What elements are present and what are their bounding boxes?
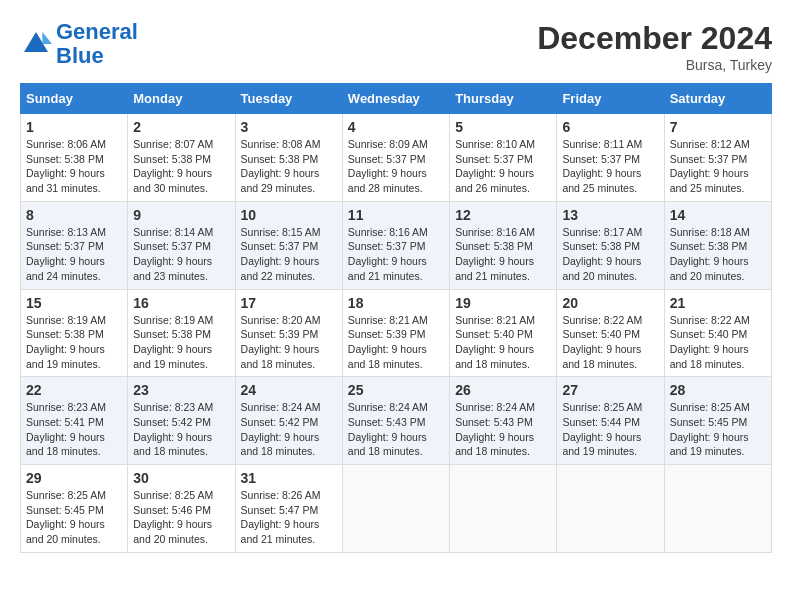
day-info: Sunrise: 8:24 AM Sunset: 5:43 PM Dayligh… — [455, 400, 551, 459]
logo-line1: General — [56, 19, 138, 44]
day-info: Sunrise: 8:11 AM Sunset: 5:37 PM Dayligh… — [562, 137, 658, 196]
day-info: Sunrise: 8:09 AM Sunset: 5:37 PM Dayligh… — [348, 137, 444, 196]
logo-line2: Blue — [56, 43, 104, 68]
calendar-cell: 26 Sunrise: 8:24 AM Sunset: 5:43 PM Dayl… — [450, 377, 557, 465]
day-info: Sunrise: 8:25 AM Sunset: 5:46 PM Dayligh… — [133, 488, 229, 547]
day-number: 17 — [241, 295, 337, 311]
day-number: 21 — [670, 295, 766, 311]
logo-icon — [20, 28, 52, 60]
day-info: Sunrise: 8:22 AM Sunset: 5:40 PM Dayligh… — [562, 313, 658, 372]
svg-marker-1 — [42, 32, 52, 44]
day-info: Sunrise: 8:25 AM Sunset: 5:45 PM Dayligh… — [26, 488, 122, 547]
calendar-cell: 11 Sunrise: 8:16 AM Sunset: 5:37 PM Dayl… — [342, 201, 449, 289]
col-thursday: Thursday — [450, 84, 557, 114]
day-info: Sunrise: 8:22 AM Sunset: 5:40 PM Dayligh… — [670, 313, 766, 372]
calendar-cell: 10 Sunrise: 8:15 AM Sunset: 5:37 PM Dayl… — [235, 201, 342, 289]
day-info: Sunrise: 8:14 AM Sunset: 5:37 PM Dayligh… — [133, 225, 229, 284]
calendar-cell: 1 Sunrise: 8:06 AM Sunset: 5:38 PM Dayli… — [21, 114, 128, 202]
logo: General Blue — [20, 20, 138, 68]
calendar-cell: 19 Sunrise: 8:21 AM Sunset: 5:40 PM Dayl… — [450, 289, 557, 377]
calendar-week-row: 1 Sunrise: 8:06 AM Sunset: 5:38 PM Dayli… — [21, 114, 772, 202]
day-info: Sunrise: 8:17 AM Sunset: 5:38 PM Dayligh… — [562, 225, 658, 284]
day-number: 2 — [133, 119, 229, 135]
day-number: 16 — [133, 295, 229, 311]
calendar-cell: 15 Sunrise: 8:19 AM Sunset: 5:38 PM Dayl… — [21, 289, 128, 377]
day-number: 9 — [133, 207, 229, 223]
col-saturday: Saturday — [664, 84, 771, 114]
day-info: Sunrise: 8:18 AM Sunset: 5:38 PM Dayligh… — [670, 225, 766, 284]
day-info: Sunrise: 8:13 AM Sunset: 5:37 PM Dayligh… — [26, 225, 122, 284]
calendar-cell: 20 Sunrise: 8:22 AM Sunset: 5:40 PM Dayl… — [557, 289, 664, 377]
month-title: December 2024 — [537, 20, 772, 57]
calendar-cell: 27 Sunrise: 8:25 AM Sunset: 5:44 PM Dayl… — [557, 377, 664, 465]
day-info: Sunrise: 8:08 AM Sunset: 5:38 PM Dayligh… — [241, 137, 337, 196]
day-number: 26 — [455, 382, 551, 398]
day-number: 8 — [26, 207, 122, 223]
day-number: 12 — [455, 207, 551, 223]
day-number: 18 — [348, 295, 444, 311]
day-number: 5 — [455, 119, 551, 135]
day-number: 1 — [26, 119, 122, 135]
calendar-cell: 30 Sunrise: 8:25 AM Sunset: 5:46 PM Dayl… — [128, 465, 235, 553]
day-number: 14 — [670, 207, 766, 223]
calendar-cell: 16 Sunrise: 8:19 AM Sunset: 5:38 PM Dayl… — [128, 289, 235, 377]
calendar-cell: 12 Sunrise: 8:16 AM Sunset: 5:38 PM Dayl… — [450, 201, 557, 289]
logo-text: General Blue — [56, 20, 138, 68]
calendar-cell: 18 Sunrise: 8:21 AM Sunset: 5:39 PM Dayl… — [342, 289, 449, 377]
calendar-cell: 13 Sunrise: 8:17 AM Sunset: 5:38 PM Dayl… — [557, 201, 664, 289]
day-number: 4 — [348, 119, 444, 135]
calendar-cell: 8 Sunrise: 8:13 AM Sunset: 5:37 PM Dayli… — [21, 201, 128, 289]
day-number: 29 — [26, 470, 122, 486]
day-info: Sunrise: 8:23 AM Sunset: 5:42 PM Dayligh… — [133, 400, 229, 459]
title-area: December 2024 Bursa, Turkey — [537, 20, 772, 73]
col-friday: Friday — [557, 84, 664, 114]
location: Bursa, Turkey — [537, 57, 772, 73]
calendar-cell — [557, 465, 664, 553]
calendar-cell: 23 Sunrise: 8:23 AM Sunset: 5:42 PM Dayl… — [128, 377, 235, 465]
day-info: Sunrise: 8:20 AM Sunset: 5:39 PM Dayligh… — [241, 313, 337, 372]
calendar-table: Sunday Monday Tuesday Wednesday Thursday… — [20, 83, 772, 553]
day-info: Sunrise: 8:16 AM Sunset: 5:37 PM Dayligh… — [348, 225, 444, 284]
calendar-cell — [450, 465, 557, 553]
calendar-cell — [664, 465, 771, 553]
page-header: General Blue December 2024 Bursa, Turkey — [20, 20, 772, 73]
calendar-cell — [342, 465, 449, 553]
day-info: Sunrise: 8:19 AM Sunset: 5:38 PM Dayligh… — [26, 313, 122, 372]
calendar-cell: 28 Sunrise: 8:25 AM Sunset: 5:45 PM Dayl… — [664, 377, 771, 465]
calendar-week-row: 15 Sunrise: 8:19 AM Sunset: 5:38 PM Dayl… — [21, 289, 772, 377]
day-info: Sunrise: 8:25 AM Sunset: 5:44 PM Dayligh… — [562, 400, 658, 459]
calendar-cell: 17 Sunrise: 8:20 AM Sunset: 5:39 PM Dayl… — [235, 289, 342, 377]
calendar-cell: 24 Sunrise: 8:24 AM Sunset: 5:42 PM Dayl… — [235, 377, 342, 465]
day-number: 20 — [562, 295, 658, 311]
day-number: 11 — [348, 207, 444, 223]
day-info: Sunrise: 8:07 AM Sunset: 5:38 PM Dayligh… — [133, 137, 229, 196]
day-number: 7 — [670, 119, 766, 135]
calendar-cell: 14 Sunrise: 8:18 AM Sunset: 5:38 PM Dayl… — [664, 201, 771, 289]
day-number: 19 — [455, 295, 551, 311]
calendar-cell: 2 Sunrise: 8:07 AM Sunset: 5:38 PM Dayli… — [128, 114, 235, 202]
col-wednesday: Wednesday — [342, 84, 449, 114]
day-number: 27 — [562, 382, 658, 398]
day-info: Sunrise: 8:12 AM Sunset: 5:37 PM Dayligh… — [670, 137, 766, 196]
day-info: Sunrise: 8:24 AM Sunset: 5:43 PM Dayligh… — [348, 400, 444, 459]
day-number: 6 — [562, 119, 658, 135]
day-info: Sunrise: 8:10 AM Sunset: 5:37 PM Dayligh… — [455, 137, 551, 196]
calendar-week-row: 22 Sunrise: 8:23 AM Sunset: 5:41 PM Dayl… — [21, 377, 772, 465]
calendar-cell: 25 Sunrise: 8:24 AM Sunset: 5:43 PM Dayl… — [342, 377, 449, 465]
day-info: Sunrise: 8:21 AM Sunset: 5:40 PM Dayligh… — [455, 313, 551, 372]
day-info: Sunrise: 8:15 AM Sunset: 5:37 PM Dayligh… — [241, 225, 337, 284]
day-info: Sunrise: 8:21 AM Sunset: 5:39 PM Dayligh… — [348, 313, 444, 372]
col-sunday: Sunday — [21, 84, 128, 114]
col-tuesday: Tuesday — [235, 84, 342, 114]
day-number: 22 — [26, 382, 122, 398]
calendar-cell: 31 Sunrise: 8:26 AM Sunset: 5:47 PM Dayl… — [235, 465, 342, 553]
day-number: 15 — [26, 295, 122, 311]
day-info: Sunrise: 8:06 AM Sunset: 5:38 PM Dayligh… — [26, 137, 122, 196]
calendar-cell: 22 Sunrise: 8:23 AM Sunset: 5:41 PM Dayl… — [21, 377, 128, 465]
day-number: 30 — [133, 470, 229, 486]
calendar-cell: 29 Sunrise: 8:25 AM Sunset: 5:45 PM Dayl… — [21, 465, 128, 553]
day-number: 10 — [241, 207, 337, 223]
day-number: 24 — [241, 382, 337, 398]
calendar-cell: 7 Sunrise: 8:12 AM Sunset: 5:37 PM Dayli… — [664, 114, 771, 202]
calendar-week-row: 8 Sunrise: 8:13 AM Sunset: 5:37 PM Dayli… — [21, 201, 772, 289]
